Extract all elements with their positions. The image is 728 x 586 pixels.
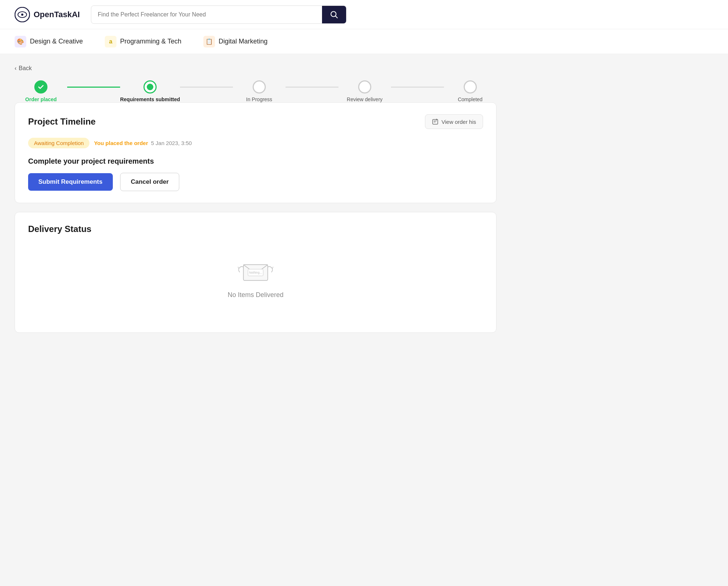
connector-2 — [180, 87, 233, 88]
svg-point-2 — [21, 14, 23, 16]
view-order-label: View order his — [441, 119, 476, 125]
step-label-in-progress: In Progress — [246, 96, 272, 102]
connector-3 — [286, 87, 338, 88]
design-icon: 🎨 — [15, 36, 26, 47]
nav-categories: 🎨 Design & Creative a Programming & Tech… — [0, 29, 728, 54]
section-subtitle: Complete your project requirements — [28, 157, 483, 165]
svg-text:Nothing...: Nothing... — [249, 271, 262, 274]
delivery-empty-state: Nothing... No Items Delivered — [28, 234, 483, 321]
step-requirements: Requirements submitted — [120, 80, 180, 102]
view-order-button[interactable]: View order his — [425, 114, 483, 129]
logo: OpenTaskAI — [15, 7, 80, 22]
programming-label: Programming & Tech — [120, 38, 181, 45]
step-completed: Completed — [444, 80, 497, 102]
search-bar — [91, 5, 346, 24]
back-label: Back — [19, 65, 32, 72]
nav-cat-programming[interactable]: a Programming & Tech — [105, 36, 181, 47]
step-label-order-placed: Order placed — [25, 96, 57, 102]
order-placed-text: You placed the order — [94, 140, 148, 146]
marketing-icon: 📋 — [203, 36, 215, 47]
nav-cat-marketing[interactable]: 📋 Digital Marketing — [203, 36, 268, 47]
step-label-requirements: Requirements submitted — [120, 96, 180, 102]
step-circle-inactive-3 — [253, 80, 266, 94]
design-label: Design & Creative — [30, 38, 83, 45]
main-content: ‹ Back Order placed Requirements submitt… — [0, 54, 511, 353]
submit-requirements-button[interactable]: Submit Requirements — [28, 173, 113, 191]
step-order-placed: Order placed — [15, 80, 67, 102]
btn-row: Submit Requirements Cancel order — [28, 173, 483, 191]
step-label-review: Review delivery — [347, 96, 383, 102]
delivery-status-card: Delivery Status Nothing... No Item — [15, 212, 497, 333]
order-date: 5 Jan 2023, 3:50 — [151, 140, 192, 146]
order-info-row: Awaiting Completion You placed the order… — [28, 138, 483, 148]
marketing-label: Digital Marketing — [219, 38, 268, 45]
step-review: Review delivery — [338, 80, 391, 102]
search-button[interactable] — [322, 6, 346, 23]
stepper: Order placed Requirements submitted In P… — [15, 80, 497, 102]
delivery-status-title: Delivery Status — [28, 224, 483, 234]
step-circle-inactive-4 — [358, 80, 371, 94]
search-input[interactable] — [91, 7, 322, 22]
order-history-icon — [432, 118, 438, 125]
header: OpenTaskAI — [0, 0, 728, 29]
empty-delivery-icon: Nothing... — [237, 256, 274, 285]
step-in-progress: In Progress — [233, 80, 286, 102]
project-timeline-card: Project Timeline View order his Awaiting… — [15, 102, 497, 203]
step-label-completed: Completed — [458, 96, 483, 102]
step-circle-done — [34, 80, 47, 94]
programming-icon: a — [105, 36, 116, 47]
step-circle-inactive-5 — [464, 80, 477, 94]
card-header: Project Timeline View order his — [28, 114, 483, 129]
nav-cat-design[interactable]: 🎨 Design & Creative — [15, 36, 83, 47]
checkmark-icon — [38, 84, 44, 90]
connector-1 — [67, 87, 120, 88]
step-circle-active — [143, 80, 157, 94]
back-nav[interactable]: ‹ Back — [15, 65, 497, 72]
card-title: Project Timeline — [28, 117, 96, 127]
empty-delivery-text: No Items Delivered — [227, 291, 283, 299]
svg-line-4 — [335, 16, 337, 18]
connector-4 — [391, 87, 444, 88]
brand-name: OpenTaskAI — [34, 10, 80, 19]
status-badge: Awaiting Completion — [28, 138, 89, 148]
back-chevron-icon: ‹ — [15, 65, 16, 72]
logo-icon — [15, 7, 30, 22]
search-icon — [330, 11, 338, 19]
cancel-order-button[interactable]: Cancel order — [120, 173, 179, 191]
